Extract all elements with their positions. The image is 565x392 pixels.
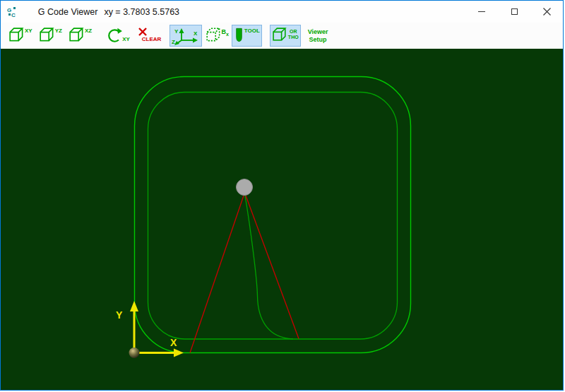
cube-xz-icon xyxy=(69,27,85,44)
tool-position-marker xyxy=(237,179,253,196)
window-controls xyxy=(465,1,563,23)
close-icon xyxy=(543,8,551,16)
maximize-icon xyxy=(511,8,518,15)
minimize-button[interactable] xyxy=(465,1,498,23)
view-xy-button[interactable]: XY xyxy=(6,25,35,47)
axes-icon: Y X Z xyxy=(172,27,200,45)
view-xz-label: XZ xyxy=(85,28,92,34)
clear-x-icon xyxy=(138,27,148,37)
svg-text:C: C xyxy=(11,12,16,18)
app-icon: G C xyxy=(7,6,18,18)
clear-button[interactable]: CLEAR xyxy=(136,25,164,47)
axes-toggle-button[interactable]: Y X Z xyxy=(170,25,202,47)
rotate-xy-label: XY xyxy=(122,37,130,42)
window-title: G Code Viewerxy = 3.7803 5.5763 xyxy=(23,0,179,27)
axes-y-label: Y xyxy=(174,28,179,35)
app-name: G Code Viewer xyxy=(38,7,98,17)
rotate-icon xyxy=(106,27,123,44)
title-bar: G C G Code Viewerxy = 3.7803 5.5763 xyxy=(1,1,563,23)
origin-sphere xyxy=(129,348,140,358)
ortho-cube-icon xyxy=(272,27,288,43)
coordinate-readout: xy = 3.7803 5.5763 xyxy=(104,7,179,17)
viewport[interactable]: Y X xyxy=(1,49,564,391)
y-axis-label: Y xyxy=(116,309,123,321)
axes-z-label: Z xyxy=(172,39,175,45)
view-yz-label: YZ xyxy=(55,28,62,34)
maximize-button[interactable] xyxy=(498,1,530,23)
toolbar: XY YZ XZ xyxy=(1,23,563,49)
tool-toggle-button[interactable]: TOOL xyxy=(232,25,262,47)
cube-yz-icon xyxy=(39,27,56,44)
tool-label: TOOL xyxy=(244,28,260,34)
cube-xy-icon xyxy=(8,27,25,44)
gcode-viewer-window: G C G Code Viewerxy = 3.7803 5.5763 xyxy=(0,0,564,391)
minimize-icon xyxy=(478,11,485,12)
axes-x-label: X xyxy=(194,30,198,37)
view-xz-button[interactable]: XZ xyxy=(66,25,94,47)
toolpath-view: Y X xyxy=(1,49,564,391)
dashed-cube-icon xyxy=(206,27,222,44)
clear-label: CLEAR xyxy=(142,37,162,42)
close-button[interactable] xyxy=(530,1,563,23)
view-xy-label: XY xyxy=(25,28,32,34)
tool-icon xyxy=(234,27,244,44)
view-yz-button[interactable]: YZ xyxy=(37,25,64,47)
ortho-label: OR THO xyxy=(288,29,299,40)
x-axis-label: X xyxy=(170,337,177,348)
box-label: Bx xyxy=(221,28,228,37)
ortho-toggle-button[interactable]: OR THO xyxy=(270,25,301,47)
bounding-box-button[interactable]: Bx xyxy=(203,25,230,47)
rotate-xy-button[interactable]: XY xyxy=(104,25,132,47)
viewer-setup-button[interactable]: Viewer Setup xyxy=(307,25,330,47)
